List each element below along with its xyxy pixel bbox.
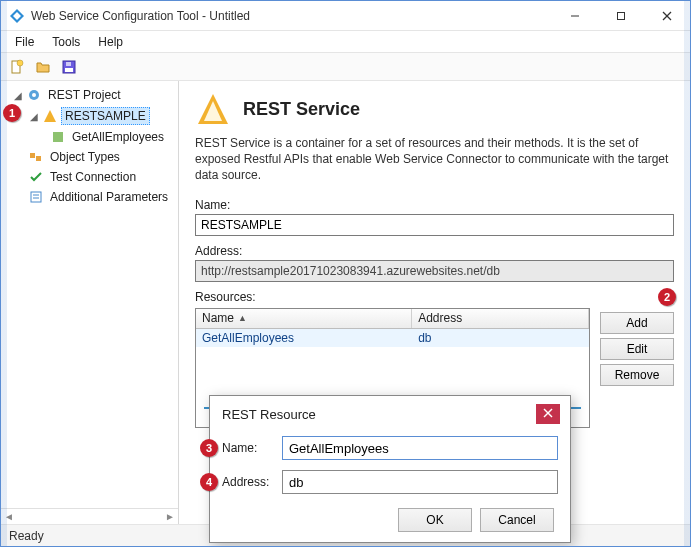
toolbar	[1, 53, 690, 81]
svg-rect-14	[53, 132, 63, 142]
dialog-name-input[interactable]	[282, 436, 558, 460]
callout-2: 2	[658, 288, 676, 306]
titlebar: Web Service Configuration Tool - Untitle…	[1, 1, 690, 31]
svg-point-7	[17, 60, 23, 66]
callout-1: 1	[3, 104, 21, 122]
resources-label: Resources:	[195, 290, 674, 304]
col-header-name-label: Name	[202, 311, 234, 325]
svg-rect-15	[30, 153, 35, 158]
left-pane: ◢ REST Project 1 ◢ RESTSAMPLE	[1, 81, 179, 524]
horizontal-scrollbar[interactable]: ◄ ►	[1, 508, 178, 524]
rest-resource-dialog: REST Resource 3 Name: 4 Address: OK Canc…	[209, 395, 571, 543]
dialog-address-label: Address:	[222, 475, 274, 489]
test-connection-icon	[29, 170, 43, 184]
additional-params-icon	[29, 190, 43, 204]
rest-project-icon	[27, 88, 41, 102]
scroll-right-icon[interactable]: ►	[165, 511, 175, 522]
tree-item-label: GetAllEmployees	[69, 129, 167, 145]
tree-node-getallemployees[interactable]: GetAllEmployees	[7, 127, 176, 147]
window-title: Web Service Configuration Tool - Untitle…	[31, 9, 552, 23]
window-controls	[552, 1, 690, 30]
close-button[interactable]	[644, 1, 690, 30]
remove-button[interactable]: Remove	[600, 364, 674, 386]
tree-node-test-connection[interactable]: Test Connection	[7, 167, 176, 187]
rest-service-icon	[43, 109, 57, 123]
svg-rect-17	[31, 192, 41, 202]
svg-marker-13	[44, 110, 56, 122]
rest-resource-icon	[51, 130, 65, 144]
menu-help[interactable]: Help	[90, 33, 131, 51]
cancel-button[interactable]: Cancel	[480, 508, 554, 532]
svg-rect-3	[618, 12, 625, 19]
dialog-row-address: 4 Address:	[222, 470, 558, 494]
ok-button[interactable]: OK	[398, 508, 472, 532]
resource-name-cell: GetAllEmployees	[196, 329, 412, 347]
tree-node-restsample[interactable]: 1 ◢ RESTSAMPLE	[7, 105, 176, 127]
open-folder-icon[interactable]	[33, 57, 53, 77]
window-frame: Web Service Configuration Tool - Untitle…	[0, 0, 691, 547]
tree-item-label: Test Connection	[47, 169, 139, 185]
tree-node-additional-parameters[interactable]: Additional Parameters	[7, 187, 176, 207]
tree-twisty-icon[interactable]: ◢	[29, 111, 39, 122]
close-icon	[543, 407, 553, 421]
svg-rect-16	[36, 156, 41, 161]
col-header-name[interactable]: Name ▲	[196, 309, 412, 328]
callout-3: 3	[200, 439, 218, 457]
table-row[interactable]: GetAllEmployees db	[196, 329, 589, 347]
tree-root[interactable]: ◢ REST Project	[7, 85, 176, 105]
menu-tools[interactable]: Tools	[44, 33, 88, 51]
dialog-titlebar: REST Resource	[210, 396, 570, 430]
panel-heading: REST Service	[195, 91, 674, 127]
dialog-address-input[interactable]	[282, 470, 558, 494]
edit-button[interactable]: Edit	[600, 338, 674, 360]
tree-item-label: Object Types	[47, 149, 123, 165]
svg-point-12	[32, 93, 36, 97]
object-types-icon	[29, 150, 43, 164]
scroll-left-icon[interactable]: ◄	[4, 511, 14, 522]
status-text: Ready	[9, 529, 44, 543]
dialog-row-name: 3 Name:	[222, 436, 558, 460]
col-header-address[interactable]: Address	[412, 309, 589, 328]
address-label: Address:	[195, 244, 674, 258]
tree-item-label: RESTSAMPLE	[61, 107, 150, 125]
tree-node-object-types[interactable]: Object Types	[7, 147, 176, 167]
dialog-buttons: OK Cancel	[222, 504, 558, 532]
tree-item-label: Additional Parameters	[47, 189, 171, 205]
minimize-button[interactable]	[552, 1, 598, 30]
resources-buttons: 2 Add Edit Remove	[600, 308, 674, 428]
rest-service-large-icon	[195, 91, 231, 127]
add-button[interactable]: Add	[600, 312, 674, 334]
name-input[interactable]	[195, 214, 674, 236]
dialog-title: REST Resource	[222, 407, 316, 422]
dialog-name-label: Name:	[222, 441, 274, 455]
menu-file[interactable]: File	[7, 33, 42, 51]
col-header-address-label: Address	[418, 311, 462, 325]
maximize-button[interactable]	[598, 1, 644, 30]
resource-address-cell: db	[412, 329, 589, 347]
resources-header: Name ▲ Address	[196, 309, 589, 329]
panel-title: REST Service	[243, 99, 360, 120]
app-icon	[9, 8, 25, 24]
svg-rect-9	[65, 68, 73, 72]
sort-asc-icon: ▲	[238, 313, 247, 323]
tree-twisty-icon[interactable]: ◢	[13, 90, 23, 101]
menubar: File Tools Help	[1, 31, 690, 53]
dialog-body: 3 Name: 4 Address: OK Cancel	[210, 430, 570, 542]
address-input[interactable]	[195, 260, 674, 282]
save-icon[interactable]	[59, 57, 79, 77]
svg-rect-10	[66, 62, 71, 66]
name-label: Name:	[195, 198, 674, 212]
tree-root-label: REST Project	[45, 87, 123, 103]
tree: ◢ REST Project 1 ◢ RESTSAMPLE	[1, 81, 178, 508]
dialog-close-button[interactable]	[536, 404, 560, 424]
panel-description: REST Service is a container for a set of…	[195, 135, 674, 184]
new-file-icon[interactable]	[7, 57, 27, 77]
callout-4: 4	[200, 473, 218, 491]
